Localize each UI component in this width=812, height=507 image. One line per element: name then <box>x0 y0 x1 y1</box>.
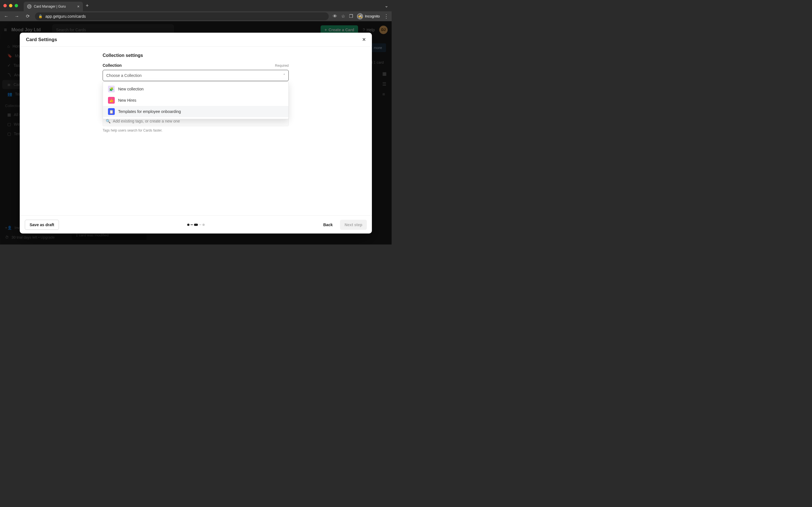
tags-hint: Tags help users search for Cards faster. <box>103 128 289 132</box>
browser-toolbar: ← → ⟳ 🔒 app.getguru.com/cards 👁 ☆ ❐ 🕵 In… <box>0 11 392 21</box>
step-indicator <box>187 224 205 226</box>
collection-icon: 🧩 <box>108 86 115 93</box>
save-draft-label: Save as draft <box>30 223 54 227</box>
tab-title: Card Manager | Guru <box>34 4 75 8</box>
option-label: New Hires <box>118 98 137 103</box>
collection-select[interactable]: Choose a Collection ˄ 🧩 New collection 👍… <box>103 70 289 81</box>
collection-option-new-hires[interactable]: 👍 New Hires <box>103 95 289 106</box>
new-tab-button[interactable]: + <box>86 3 89 9</box>
star-icon[interactable]: ☆ <box>341 13 345 19</box>
collection-dropdown: 🧩 New collection 👍 New Hires 📋 Templates… <box>103 81 289 119</box>
option-label: Templates for employee onboarding <box>118 109 181 114</box>
reload-button[interactable]: ⟳ <box>24 13 31 19</box>
close-icon[interactable]: × <box>362 36 366 43</box>
modal-body: Collection settings Collection Required … <box>20 47 372 216</box>
chevron-down-icon[interactable]: ⌄ <box>385 3 388 8</box>
browser-tab[interactable]: G Card Manager | Guru × <box>24 2 83 11</box>
modal-title: Card Settings <box>26 37 57 43</box>
close-icon[interactable]: × <box>77 4 80 9</box>
select-placeholder: Choose a Collection <box>106 73 142 78</box>
address-bar[interactable]: 🔒 app.getguru.com/cards <box>35 12 329 20</box>
modal-header: Card Settings × <box>20 33 372 47</box>
card-settings-modal: Card Settings × Collection settings Coll… <box>20 33 372 233</box>
next-step-button[interactable]: Next step <box>340 220 367 230</box>
tags-placeholder: Add existing tags, or create a new one <box>113 119 180 123</box>
collection-icon: 👍 <box>108 97 115 104</box>
modal-footer: Save as draft Back Next step <box>20 216 372 233</box>
incognito-indicator[interactable]: 🕵 Incognito <box>357 13 380 19</box>
option-label: New collection <box>118 87 144 91</box>
back-button[interactable]: ← <box>3 14 10 19</box>
favicon: G <box>27 4 32 9</box>
collection-icon: 📋 <box>108 108 115 115</box>
required-indicator: Required <box>275 64 289 68</box>
step-1-dot <box>187 224 190 226</box>
window-minimize[interactable] <box>9 4 12 7</box>
collection-field-label: Collection <box>103 63 122 68</box>
section-title: Collection settings <box>103 53 289 58</box>
collection-option-templates-onboarding[interactable]: 📋 Templates for employee onboarding <box>103 106 289 117</box>
page-url: app.getguru.com/cards <box>45 14 86 18</box>
next-step-label: Next step <box>345 223 362 227</box>
eye-off-icon[interactable]: 👁 <box>333 14 337 19</box>
window-controls <box>3 4 18 7</box>
step-connector <box>191 224 193 225</box>
window-maximize[interactable] <box>15 4 18 7</box>
incognito-label: Incognito <box>365 14 380 18</box>
window-close[interactable] <box>3 4 7 7</box>
search-icon: 🔍 <box>106 119 110 123</box>
step-connector <box>199 224 201 225</box>
save-draft-button[interactable]: Save as draft <box>25 220 59 230</box>
incognito-icon: 🕵 <box>357 13 363 19</box>
forward-button[interactable]: → <box>13 14 20 19</box>
kebab-menu-icon[interactable]: ⋮ <box>384 13 389 19</box>
chevron-up-icon: ˄ <box>283 73 285 77</box>
browser-titlebar: G Card Manager | Guru × + ⌄ <box>0 0 392 11</box>
back-label: Back <box>323 223 333 227</box>
puzzle-icon[interactable]: ❐ <box>349 13 353 19</box>
back-button[interactable]: Back <box>319 220 337 230</box>
step-2-dot <box>194 224 198 226</box>
collection-option-new-collection[interactable]: 🧩 New collection <box>103 83 289 95</box>
step-3-dot <box>202 224 205 226</box>
lock-icon: 🔒 <box>38 14 43 18</box>
